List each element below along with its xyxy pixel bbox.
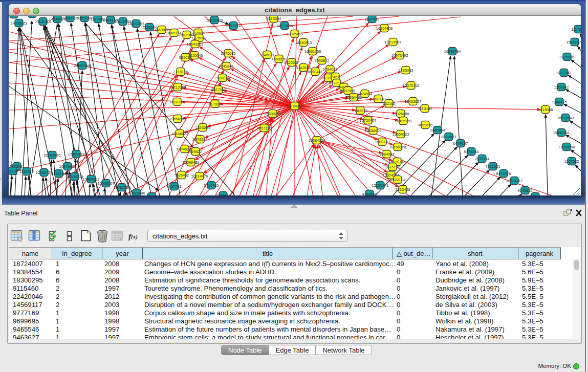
svg-text:12505135: 12505135 xyxy=(67,174,83,179)
svg-text:10975867: 10975867 xyxy=(59,164,76,169)
svg-text:16154808: 16154808 xyxy=(376,26,393,31)
svg-text:17957223: 17957223 xyxy=(83,177,100,182)
svg-text:8578314: 8578314 xyxy=(193,137,208,142)
svg-text:3024554: 3024554 xyxy=(358,92,373,96)
svg-text:10756928: 10756928 xyxy=(389,145,406,149)
svg-text:16099489: 16099489 xyxy=(183,160,200,165)
svg-text:1145194: 1145194 xyxy=(52,171,66,176)
svg-text:2830144: 2830144 xyxy=(215,76,230,80)
svg-text:10958107: 10958107 xyxy=(98,181,115,186)
svg-text:25300275: 25300275 xyxy=(265,112,281,116)
svg-text:9329966: 9329966 xyxy=(560,55,575,59)
svg-text:7485063: 7485063 xyxy=(399,68,413,73)
svg-text:16033809: 16033809 xyxy=(206,18,223,23)
svg-text:7632621: 7632621 xyxy=(486,164,500,169)
svg-text:7357274: 7357274 xyxy=(226,24,241,28)
svg-text:11866024: 11866024 xyxy=(9,16,22,17)
svg-text:1010755: 1010755 xyxy=(170,100,185,104)
svg-text:9457791: 9457791 xyxy=(167,184,182,189)
svg-text:2620223: 2620223 xyxy=(528,194,543,195)
svg-text:8471676: 8471676 xyxy=(496,171,511,176)
svg-text:12213369: 12213369 xyxy=(169,85,186,90)
svg-text:7886372: 7886372 xyxy=(353,108,368,113)
svg-text:17016504: 17016504 xyxy=(558,145,575,149)
svg-text:39159: 39159 xyxy=(9,169,18,173)
svg-text:6794028: 6794028 xyxy=(323,67,338,72)
svg-text:6061658: 6061658 xyxy=(25,16,40,16)
svg-text:1353594: 1353594 xyxy=(195,125,210,130)
svg-text:19654923: 19654923 xyxy=(393,132,409,137)
svg-text:1580723: 1580723 xyxy=(375,140,390,144)
svg-text:1209382: 1209382 xyxy=(554,85,569,90)
svg-text:(x): (x) xyxy=(131,233,138,240)
svg-text:3267110: 3267110 xyxy=(257,126,271,130)
svg-text:949822: 949822 xyxy=(189,149,202,154)
svg-text:16961758: 16961758 xyxy=(304,49,321,54)
svg-text:18724007: 18724007 xyxy=(287,104,303,108)
svg-text:1215958: 1215958 xyxy=(538,107,553,112)
svg-text:18981216: 18981216 xyxy=(143,194,160,195)
svg-text:2718176: 2718176 xyxy=(173,70,188,74)
svg-text:17859928: 17859928 xyxy=(68,152,85,157)
svg-text:9115460: 9115460 xyxy=(418,106,432,111)
svg-text:12942737: 12942737 xyxy=(36,170,53,175)
svg-text:1244415: 1244415 xyxy=(552,100,567,104)
svg-text:12375115: 12375115 xyxy=(403,83,419,88)
svg-text:10688609: 10688609 xyxy=(365,128,382,133)
svg-text:16782759: 16782759 xyxy=(114,185,130,190)
svg-text:9242848: 9242848 xyxy=(219,64,234,69)
svg-text:15692951: 15692951 xyxy=(553,130,570,135)
svg-text:8990448: 8990448 xyxy=(308,70,323,74)
svg-text:19166827: 19166827 xyxy=(171,132,188,136)
svg-text:1080748: 1080748 xyxy=(371,97,386,101)
svg-text:10025488: 10025488 xyxy=(393,112,409,116)
svg-text:28495758: 28495758 xyxy=(395,119,412,123)
svg-text:15720407: 15720407 xyxy=(360,118,377,123)
svg-text:1117304: 1117304 xyxy=(571,27,581,32)
svg-text:12213967: 12213967 xyxy=(385,40,402,45)
svg-text:2887682: 2887682 xyxy=(365,17,380,21)
svg-text:1115682: 1115682 xyxy=(19,169,34,174)
svg-text:8322037: 8322037 xyxy=(285,60,299,65)
svg-text:9245652: 9245652 xyxy=(518,188,533,193)
svg-text:18463627: 18463627 xyxy=(405,99,422,104)
svg-text:1615132: 1615132 xyxy=(385,165,400,169)
svg-text:4158480: 4158480 xyxy=(362,192,377,195)
svg-text:15751074: 15751074 xyxy=(567,40,581,45)
svg-text:20206576: 20206576 xyxy=(44,153,61,158)
svg-text:24055721: 24055721 xyxy=(11,21,28,26)
svg-text:10973493: 10973493 xyxy=(391,53,408,58)
svg-text:417004: 417004 xyxy=(209,102,222,106)
svg-text:3430558: 3430558 xyxy=(216,193,231,195)
svg-text:7625402: 7625402 xyxy=(175,173,189,178)
svg-text:1275068: 1275068 xyxy=(192,36,207,40)
svg-text:9699695: 9699695 xyxy=(418,123,433,127)
svg-text:1640954: 1640954 xyxy=(430,128,445,133)
svg-text:15136141: 15136141 xyxy=(372,183,389,188)
svg-text:9084067: 9084067 xyxy=(380,152,395,157)
svg-text:20053346: 20053346 xyxy=(74,63,91,68)
svg-text:18640910: 18640910 xyxy=(295,40,312,45)
svg-text:2935114: 2935114 xyxy=(475,157,489,161)
svg-text:9227342: 9227342 xyxy=(557,71,572,75)
svg-text:6479197: 6479197 xyxy=(453,141,468,146)
svg-text:12923446: 12923446 xyxy=(128,191,145,195)
svg-text:16648784: 16648784 xyxy=(444,49,461,54)
svg-text:2522114: 2522114 xyxy=(390,178,405,182)
svg-text:8427552: 8427552 xyxy=(211,87,226,92)
svg-text:989012: 989012 xyxy=(179,55,192,60)
svg-text:5716485: 5716485 xyxy=(204,183,219,188)
svg-text:9474444: 9474444 xyxy=(464,149,479,154)
svg-text:16914479: 16914479 xyxy=(191,174,208,179)
svg-text:162160: 162160 xyxy=(383,101,396,106)
svg-text:7955812: 7955812 xyxy=(315,58,330,63)
svg-text:13325419: 13325419 xyxy=(287,32,303,36)
svg-text:2451: 2451 xyxy=(331,75,339,79)
svg-text:16210643: 16210643 xyxy=(557,116,574,120)
svg-text:19384554: 19384554 xyxy=(309,138,325,143)
svg-text:1267533: 1267533 xyxy=(564,159,579,164)
svg-text:3875685: 3875685 xyxy=(221,51,236,56)
svg-text:6938923: 6938923 xyxy=(442,135,456,139)
svg-text:8813054: 8813054 xyxy=(267,16,281,21)
svg-text:16543362: 16543362 xyxy=(187,42,204,47)
